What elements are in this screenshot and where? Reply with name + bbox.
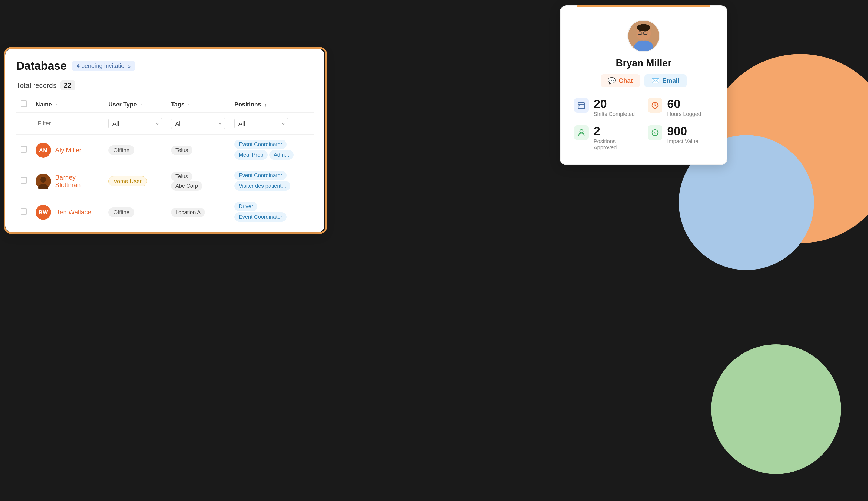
stat-icon	[574, 125, 589, 140]
total-records-row: Total records 22	[16, 81, 314, 90]
table-row[interactable]: AMAly MillerOfflineTelusEvent Coordinato…	[16, 135, 314, 166]
db-title: Database	[16, 60, 67, 72]
positions-sort-icon[interactable]: ↑	[264, 103, 266, 107]
row-checkbox[interactable]	[21, 177, 27, 184]
chat-button[interactable]: 💬 Chat	[601, 74, 640, 87]
database-card: Database 4 pending invitations Total rec…	[6, 49, 324, 232]
stat-number: 60	[667, 98, 701, 110]
svg-text:$: $	[654, 131, 656, 135]
row-checkbox[interactable]	[21, 208, 27, 215]
stat-label: Hours Logged	[667, 111, 701, 117]
stat-icon	[648, 98, 662, 113]
stat-label: Shifts Completed	[594, 111, 635, 117]
svg-rect-15	[579, 102, 581, 104]
name-cell: AMAly Miller	[36, 142, 100, 158]
table-row[interactable]: CMCarlos MondragonOfflineN/AContent Writ…	[16, 228, 314, 233]
stat-number: 20	[594, 98, 635, 110]
stat-item-1: 60 Hours Logged	[648, 98, 713, 117]
skill-badge: Event Coordinator	[234, 212, 286, 222]
skill-badge: Driver	[234, 202, 257, 211]
user-type-filter-select[interactable]: All	[108, 118, 163, 129]
table-row[interactable]: BWBen WallaceOfflineLocation ADriverEven…	[16, 197, 314, 228]
stat-item-0: 20 Shifts Completed	[574, 98, 640, 117]
stat-content: 2 Positions Approved	[594, 125, 640, 151]
col-name: Name ↑	[31, 97, 104, 113]
tag-badge: Location A	[171, 208, 205, 217]
tags-sort-icon[interactable]: ↑	[188, 103, 190, 107]
tag-badge: Telus	[171, 172, 192, 181]
db-header: Database 4 pending invitations	[16, 60, 314, 72]
skill-badge: Event Coordinator	[234, 171, 286, 180]
avatar-initials: BW	[36, 205, 51, 220]
user-type-badge: Offline	[108, 207, 134, 217]
skill-badge: Meal Prep	[234, 150, 268, 160]
col-tags: Tags ↑	[167, 97, 230, 113]
person-name[interactable]: Barney Slottman	[55, 174, 100, 189]
profile-name: Bryan Miller	[574, 57, 713, 69]
chat-label: Chat	[618, 77, 633, 85]
avatar-svg	[628, 20, 659, 52]
col-positions: Positions ↑	[230, 97, 314, 113]
stat-item-2: 2 Positions Approved	[574, 125, 640, 151]
stat-content: 900 Impact Value	[667, 125, 698, 145]
chat-icon: 💬	[608, 77, 616, 85]
person-name[interactable]: Ben Wallace	[55, 209, 91, 216]
avatar-initials	[36, 174, 51, 189]
stat-label: Impact Value	[667, 138, 698, 145]
profile-avatar-wrap	[574, 20, 713, 52]
stats-grid: 20 Shifts Completed 60 Hours Logged 2 Po…	[574, 98, 713, 151]
stat-content: 20 Shifts Completed	[594, 98, 635, 117]
email-label: Email	[662, 77, 680, 85]
person-name[interactable]: Aly Miller	[55, 146, 81, 154]
name-cell: Barney Slottman	[36, 174, 100, 189]
stat-number: 2	[594, 125, 640, 137]
user-type-badge: Offline	[108, 145, 134, 155]
records-count: 22	[60, 81, 75, 90]
email-button[interactable]: ✉️ Email	[645, 74, 687, 87]
tag-badge: Abc Corp	[171, 181, 202, 191]
stat-item-3: $ 900 Impact Value	[648, 125, 713, 151]
svg-line-20	[655, 105, 657, 106]
select-all-checkbox[interactable]	[21, 100, 27, 107]
name-cell: BWBen Wallace	[36, 205, 100, 220]
tags-filter-select[interactable]: All	[171, 118, 225, 129]
user-type-sort-icon[interactable]: ↑	[140, 103, 142, 107]
svg-rect-13	[578, 103, 585, 109]
svg-point-22	[580, 130, 583, 133]
skill-badge: Visiter des patient...	[234, 181, 290, 191]
name-sort-icon[interactable]: ↑	[55, 103, 57, 107]
positions-label: Positions	[234, 101, 261, 108]
skill-badge: Event Coordinator	[234, 140, 286, 149]
stat-label: Positions Approved	[594, 138, 640, 151]
tag-badge: Telus	[171, 146, 192, 155]
stat-icon: $	[648, 125, 662, 140]
avatar-initials: AM	[36, 142, 51, 158]
name-filter-input[interactable]	[36, 118, 95, 129]
svg-point-9	[637, 24, 650, 31]
profile-avatar	[627, 20, 660, 52]
profile-actions: 💬 Chat ✉️ Email	[574, 74, 713, 87]
svg-rect-16	[583, 102, 583, 104]
svg-rect-17	[579, 105, 581, 106]
row-checkbox[interactable]	[21, 146, 27, 152]
stat-icon	[574, 98, 589, 113]
stat-number: 900	[667, 125, 698, 137]
svg-point-1	[40, 177, 46, 183]
blob-green	[711, 344, 841, 474]
pending-badge[interactable]: 4 pending invitations	[72, 61, 135, 71]
stat-content: 60 Hours Logged	[667, 98, 701, 117]
database-table: Name ↑ User Type ↑ Tags ↑ Positions ↑	[16, 97, 314, 232]
skill-badge: Adm...	[269, 150, 294, 160]
select-all-header[interactable]	[16, 97, 31, 113]
email-icon: ✉️	[651, 77, 660, 85]
positions-filter-select[interactable]: All	[234, 118, 289, 129]
user-type-badge: Vome User	[108, 176, 147, 186]
table-row[interactable]: Barney SlottmanVome UserTelusAbc CorpEve…	[16, 166, 314, 197]
profile-card: Bryan Miller 💬 Chat ✉️ Email 20 Shifts C…	[560, 6, 728, 165]
total-records-label: Total records	[16, 81, 56, 90]
col-user-type: User Type ↑	[104, 97, 167, 113]
